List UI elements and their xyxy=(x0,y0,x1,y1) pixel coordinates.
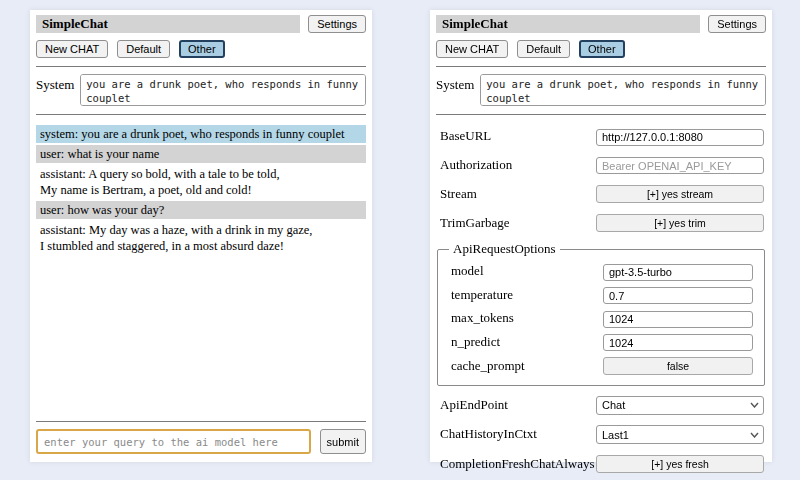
divider xyxy=(36,421,366,422)
setting-label: cache_prompt xyxy=(451,358,525,374)
chat-history-select[interactable]: Last1 xyxy=(596,425,764,444)
system-prompt-row: System you are a drunk poet, who respond… xyxy=(36,74,366,106)
system-prompt-row: System you are a drunk poet, who respond… xyxy=(436,74,766,106)
setting-row-baseurl: BaseURL xyxy=(440,127,764,146)
setting-label: model xyxy=(451,263,484,279)
cache-prompt-toggle-button[interactable]: false xyxy=(603,357,753,375)
stream-toggle-button[interactable]: [+] yes stream xyxy=(596,185,764,203)
completion-fresh-toggle-button[interactable]: [+] yes fresh xyxy=(596,455,764,473)
app-title: SimpleChat xyxy=(36,15,300,33)
setting-label: TrimGarbage xyxy=(440,215,510,231)
setting-label: Authorization xyxy=(440,157,512,173)
api-request-options-legend: ApiRequestOptions xyxy=(449,241,560,257)
setting-row-completion-fresh: CompletionFreshChatAlways [+] yes fresh xyxy=(440,454,764,473)
n-predict-input[interactable] xyxy=(603,334,753,351)
api-endpoint-select[interactable]: Chat xyxy=(596,396,764,415)
divider xyxy=(36,66,366,67)
setting-row-n-predict: n_predict xyxy=(451,333,753,352)
setting-label: ChatHistoryInCtxt xyxy=(440,426,537,442)
api-request-options-group: ApiRequestOptions model temperature max_… xyxy=(437,241,765,386)
setting-label: temperature xyxy=(451,287,513,303)
chat-message-assistant: assistant: My day was a haze, with a dri… xyxy=(36,221,366,255)
setting-row-temperature: temperature xyxy=(451,286,753,305)
baseurl-input[interactable] xyxy=(596,129,764,146)
divider xyxy=(436,114,766,115)
setting-label: max_tokens xyxy=(451,310,514,326)
system-label: System xyxy=(36,74,74,106)
system-prompt-textarea[interactable]: you are a drunk poet, who responds in fu… xyxy=(480,74,766,106)
authorization-input[interactable] xyxy=(596,157,764,174)
setting-label: n_predict xyxy=(451,334,500,350)
setting-label: ApiEndPoint xyxy=(440,397,508,413)
system-prompt-textarea[interactable]: you are a drunk poet, who responds in fu… xyxy=(80,74,366,106)
setting-label: Stream xyxy=(440,186,477,202)
session-tab-default[interactable]: Default xyxy=(517,40,570,58)
session-toolbar: New CHAT Default Other xyxy=(36,40,366,58)
settings-panel: SimpleChat Settings New CHAT Default Oth… xyxy=(430,10,772,462)
chat-message-list: system: you are a drunk poet, who respon… xyxy=(36,125,366,257)
session-tab-other[interactable]: Other xyxy=(579,40,625,58)
session-tab-default[interactable]: Default xyxy=(117,40,170,58)
query-footer: submit xyxy=(36,413,366,454)
settings-button[interactable]: Settings xyxy=(708,15,766,33)
temperature-input[interactable] xyxy=(603,287,753,304)
session-tab-other[interactable]: Other xyxy=(179,40,225,58)
setting-row-trimgarbage: TrimGarbage [+] yes trim xyxy=(440,213,764,232)
chat-message-user: user: how was your day? xyxy=(36,201,366,219)
new-chat-button[interactable]: New CHAT xyxy=(436,40,508,58)
setting-row-max-tokens: max_tokens xyxy=(451,309,753,328)
session-toolbar: New CHAT Default Other xyxy=(436,40,766,58)
model-input[interactable] xyxy=(603,264,753,281)
submit-button[interactable]: submit xyxy=(320,429,366,454)
header: SimpleChat Settings xyxy=(36,15,366,33)
header: SimpleChat Settings xyxy=(436,15,766,33)
chat-message-system: system: you are a drunk poet, who respon… xyxy=(36,125,366,143)
app-title: SimpleChat xyxy=(436,15,700,33)
setting-row-chat-history: ChatHistoryInCtxt Last1 xyxy=(440,425,764,445)
setting-row-api-endpoint: ApiEndPoint Chat xyxy=(440,395,764,415)
chat-message-user: user: what is your name xyxy=(36,145,366,163)
max-tokens-input[interactable] xyxy=(603,311,753,328)
new-chat-button[interactable]: New CHAT xyxy=(36,40,108,58)
chat-message-assistant: assistant: A query so bold, with a tale … xyxy=(36,165,366,199)
system-label: System xyxy=(436,74,474,106)
setting-label: CompletionFreshChatAlways xyxy=(440,456,595,472)
setting-row-model: model xyxy=(451,262,753,281)
setting-row-stream: Stream [+] yes stream xyxy=(440,184,764,203)
setting-row-authorization: Authorization xyxy=(440,156,764,175)
chat-panel: SimpleChat Settings New CHAT Default Oth… xyxy=(30,10,372,462)
query-input[interactable] xyxy=(36,429,311,454)
divider xyxy=(436,66,766,67)
setting-row-cache-prompt: cache_prompt false xyxy=(451,356,753,375)
divider xyxy=(36,114,366,115)
settings-button[interactable]: Settings xyxy=(308,15,366,33)
trimgarbage-toggle-button[interactable]: [+] yes trim xyxy=(596,214,764,232)
setting-label: BaseURL xyxy=(440,128,491,144)
